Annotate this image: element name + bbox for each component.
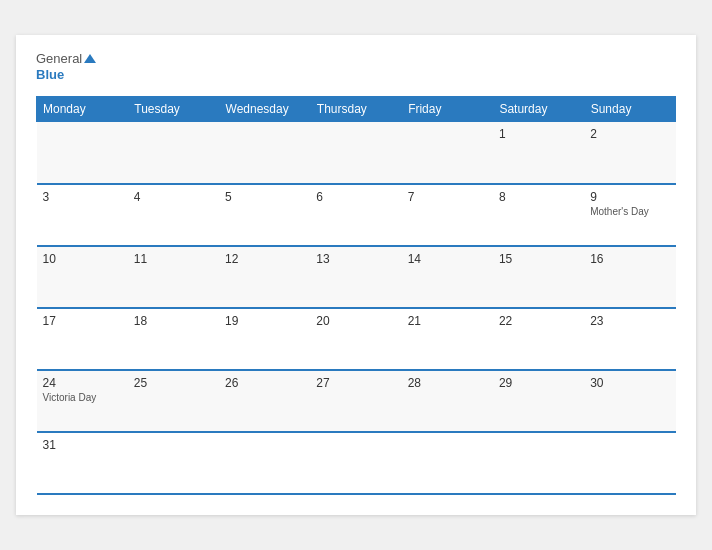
calendar-cell: 28 <box>402 370 493 432</box>
calendar-cell: 4 <box>128 184 219 246</box>
calendar-cell <box>493 432 584 494</box>
day-number: 3 <box>43 190 122 204</box>
day-number: 30 <box>590 376 669 390</box>
weekday-header-wednesday: Wednesday <box>219 97 310 122</box>
day-number: 1 <box>499 127 578 141</box>
calendar-cell: 16 <box>584 246 675 308</box>
day-number: 14 <box>408 252 487 266</box>
calendar-cell: 19 <box>219 308 310 370</box>
calendar-cell: 24Victoria Day <box>37 370 128 432</box>
calendar-cell: 27 <box>310 370 401 432</box>
day-number: 12 <box>225 252 304 266</box>
calendar-cell: 11 <box>128 246 219 308</box>
day-number: 25 <box>134 376 213 390</box>
holiday-label: Victoria Day <box>43 392 122 403</box>
day-number: 20 <box>316 314 395 328</box>
calendar-cell <box>128 122 219 184</box>
calendar-cell: 12 <box>219 246 310 308</box>
weekday-header-row: MondayTuesdayWednesdayThursdayFridaySatu… <box>37 97 676 122</box>
calendar-cell: 18 <box>128 308 219 370</box>
day-number: 18 <box>134 314 213 328</box>
calendar-cell: 6 <box>310 184 401 246</box>
calendar-cell <box>219 432 310 494</box>
day-number: 22 <box>499 314 578 328</box>
logo-general-text: General <box>36 51 82 67</box>
day-number: 24 <box>43 376 122 390</box>
calendar-cell: 31 <box>37 432 128 494</box>
day-number: 4 <box>134 190 213 204</box>
calendar-cell: 13 <box>310 246 401 308</box>
calendar-cell: 21 <box>402 308 493 370</box>
day-number: 29 <box>499 376 578 390</box>
calendar-container: General Blue MondayTuesdayWednesdayThurs… <box>16 35 696 515</box>
week-row-2: 10111213141516 <box>37 246 676 308</box>
calendar-cell: 14 <box>402 246 493 308</box>
day-number: 7 <box>408 190 487 204</box>
calendar-cell: 9Mother's Day <box>584 184 675 246</box>
calendar-cell: 3 <box>37 184 128 246</box>
calendar-cell: 29 <box>493 370 584 432</box>
calendar-cell <box>128 432 219 494</box>
calendar-cell: 2 <box>584 122 675 184</box>
calendar-header: General Blue <box>36 51 676 82</box>
calendar-cell <box>402 432 493 494</box>
calendar-cell: 17 <box>37 308 128 370</box>
day-number: 5 <box>225 190 304 204</box>
calendar-cell <box>37 122 128 184</box>
calendar-cell: 8 <box>493 184 584 246</box>
calendar-cell: 30 <box>584 370 675 432</box>
logo-triangle-icon <box>84 54 96 63</box>
week-row-5: 31 <box>37 432 676 494</box>
weekday-header-monday: Monday <box>37 97 128 122</box>
calendar-grid: MondayTuesdayWednesdayThursdayFridaySatu… <box>36 96 676 495</box>
day-number: 15 <box>499 252 578 266</box>
week-row-3: 17181920212223 <box>37 308 676 370</box>
day-number: 28 <box>408 376 487 390</box>
logo: General Blue <box>36 51 96 82</box>
weekday-header-thursday: Thursday <box>310 97 401 122</box>
calendar-cell: 25 <box>128 370 219 432</box>
calendar-cell: 22 <box>493 308 584 370</box>
day-number: 27 <box>316 376 395 390</box>
day-number: 13 <box>316 252 395 266</box>
calendar-cell <box>310 122 401 184</box>
calendar-cell: 7 <box>402 184 493 246</box>
calendar-cell <box>310 432 401 494</box>
calendar-cell: 5 <box>219 184 310 246</box>
holiday-label: Mother's Day <box>590 206 669 217</box>
day-number: 9 <box>590 190 669 204</box>
weekday-header-saturday: Saturday <box>493 97 584 122</box>
day-number: 17 <box>43 314 122 328</box>
calendar-cell: 1 <box>493 122 584 184</box>
day-number: 19 <box>225 314 304 328</box>
weekday-header-tuesday: Tuesday <box>128 97 219 122</box>
day-number: 16 <box>590 252 669 266</box>
calendar-cell: 26 <box>219 370 310 432</box>
weekday-header-friday: Friday <box>402 97 493 122</box>
calendar-cell: 10 <box>37 246 128 308</box>
day-number: 2 <box>590 127 669 141</box>
calendar-cell <box>219 122 310 184</box>
week-row-4: 24Victoria Day252627282930 <box>37 370 676 432</box>
calendar-cell: 23 <box>584 308 675 370</box>
calendar-cell <box>402 122 493 184</box>
day-number: 8 <box>499 190 578 204</box>
day-number: 10 <box>43 252 122 266</box>
day-number: 23 <box>590 314 669 328</box>
week-row-0: 12 <box>37 122 676 184</box>
day-number: 6 <box>316 190 395 204</box>
day-number: 11 <box>134 252 213 266</box>
week-row-1: 3456789Mother's Day <box>37 184 676 246</box>
day-number: 31 <box>43 438 122 452</box>
logo-blue-text: Blue <box>36 67 64 83</box>
calendar-cell: 15 <box>493 246 584 308</box>
calendar-cell: 20 <box>310 308 401 370</box>
day-number: 26 <box>225 376 304 390</box>
weekday-header-sunday: Sunday <box>584 97 675 122</box>
day-number: 21 <box>408 314 487 328</box>
calendar-cell <box>584 432 675 494</box>
